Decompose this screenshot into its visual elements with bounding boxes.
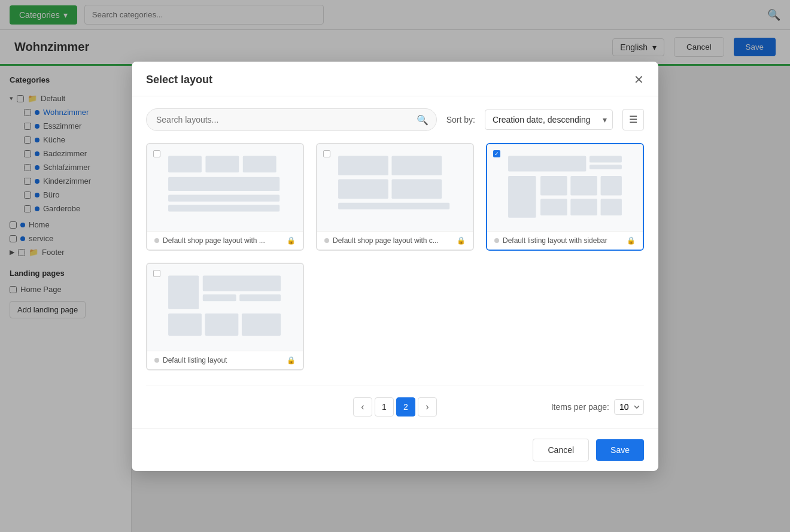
card-preview (147, 264, 303, 351)
card-checkbox-checked: ✓ (493, 150, 500, 157)
modal-cancel-button[interactable]: Cancel (533, 439, 589, 461)
card-preview (317, 144, 473, 231)
layout-card-listing[interactable]: Default listing layout 🔒 (146, 263, 304, 370)
svg-rect-22 (203, 275, 281, 291)
status-dot (154, 358, 159, 363)
card-checkbox (153, 270, 160, 277)
preview-svg (494, 151, 636, 224)
modal-header: Select layout ✕ (132, 62, 658, 96)
modal-title: Select layout (146, 74, 212, 86)
preview-svg (154, 271, 296, 343)
svg-rect-2 (243, 156, 276, 172)
svg-rect-10 (338, 202, 449, 209)
lock-icon: 🔒 (457, 236, 466, 245)
layouts-grid: Default shop page layout with ... 🔒 (146, 143, 644, 370)
svg-rect-4 (168, 194, 279, 201)
card-checkbox (323, 150, 330, 157)
layout-card-shop-no-sidebar[interactable]: Default shop page layout with ... 🔒 (146, 143, 304, 251)
svg-rect-19 (570, 199, 597, 215)
svg-rect-21 (168, 275, 199, 309)
card-label: Default shop page layout with c... (333, 236, 457, 245)
sort-select-wrap: Creation date, descending Creation date,… (485, 110, 613, 130)
svg-rect-13 (590, 165, 622, 169)
status-dot (154, 238, 159, 243)
svg-rect-18 (540, 199, 567, 215)
card-footer: Default shop page layout with c... 🔒 (317, 231, 473, 250)
list-icon: ☰ (629, 114, 637, 125)
modal-save-button[interactable]: Save (596, 439, 644, 461)
svg-rect-12 (590, 156, 622, 162)
card-label: Default shop page layout with ... (163, 236, 287, 245)
svg-rect-11 (508, 156, 586, 171)
preview-svg (154, 151, 296, 224)
sort-select[interactable]: Creation date, descending Creation date,… (485, 110, 613, 130)
svg-rect-26 (205, 313, 238, 335)
modal-close-button[interactable]: ✕ (634, 74, 644, 86)
card-label: Default listing layout (163, 356, 287, 364)
svg-rect-15 (540, 175, 567, 195)
svg-rect-3 (168, 177, 279, 190)
svg-rect-23 (203, 294, 236, 301)
lock-icon: 🔒 (287, 356, 296, 364)
svg-rect-16 (570, 175, 597, 195)
layout-card-shop-columns[interactable]: Default shop page layout with c... 🔒 (316, 143, 474, 251)
card-preview: ✓ (487, 144, 643, 231)
search-layouts-input[interactable] (146, 108, 437, 131)
pagination-next-button[interactable]: › (418, 397, 437, 417)
lock-icon: 🔒 (287, 236, 296, 245)
items-per-page-wrap: Items per page: 5 10 25 50 (551, 399, 644, 415)
svg-rect-24 (239, 294, 281, 301)
list-view-button[interactable]: ☰ (622, 109, 644, 130)
card-footer: Default shop page layout with ... 🔒 (147, 231, 303, 250)
search-icon: 🔍 (417, 114, 429, 125)
lock-icon: 🔒 (627, 236, 636, 245)
svg-rect-0 (168, 156, 202, 172)
status-dot (494, 238, 499, 243)
items-per-page-select[interactable]: 5 10 25 50 (614, 399, 644, 415)
svg-rect-6 (338, 156, 388, 175)
pagination-page-1-button[interactable]: 1 (375, 397, 394, 417)
pagination-prev-button[interactable]: ‹ (353, 397, 372, 417)
card-footer: Default listing layout 🔒 (147, 351, 303, 369)
preview-svg (324, 151, 466, 224)
card-label: Default listing layout with sidebar (503, 236, 627, 245)
status-dot (324, 238, 329, 243)
card-preview (147, 144, 303, 231)
svg-rect-8 (338, 179, 388, 199)
svg-rect-7 (391, 156, 442, 175)
svg-rect-17 (601, 175, 622, 195)
sort-by-label: Sort by: (446, 115, 475, 124)
select-layout-modal: Select layout ✕ 🔍 Sort by: Creation date… (132, 62, 658, 471)
svg-rect-9 (391, 179, 442, 199)
layout-card-listing-sidebar[interactable]: ✓ (486, 143, 644, 251)
card-footer: Default listing layout with sidebar 🔒 (487, 231, 643, 250)
svg-rect-5 (168, 205, 279, 211)
svg-rect-14 (508, 175, 536, 217)
pagination-bar: ‹ 1 2 › Items per page: 5 10 25 50 (146, 385, 644, 417)
items-per-page-label: Items per page: (551, 402, 609, 412)
svg-rect-20 (601, 199, 622, 215)
modal-body: 🔍 Sort by: Creation date, descending Cre… (132, 96, 658, 428)
svg-rect-25 (168, 313, 202, 335)
svg-rect-27 (242, 313, 281, 335)
search-input-wrap: 🔍 (146, 108, 437, 131)
card-checkbox (153, 150, 160, 157)
svg-rect-1 (205, 156, 239, 172)
pagination-page-2-button[interactable]: 2 (396, 397, 415, 417)
search-sort-bar: 🔍 Sort by: Creation date, descending Cre… (146, 108, 644, 131)
modal-footer: Cancel Save (132, 428, 658, 471)
